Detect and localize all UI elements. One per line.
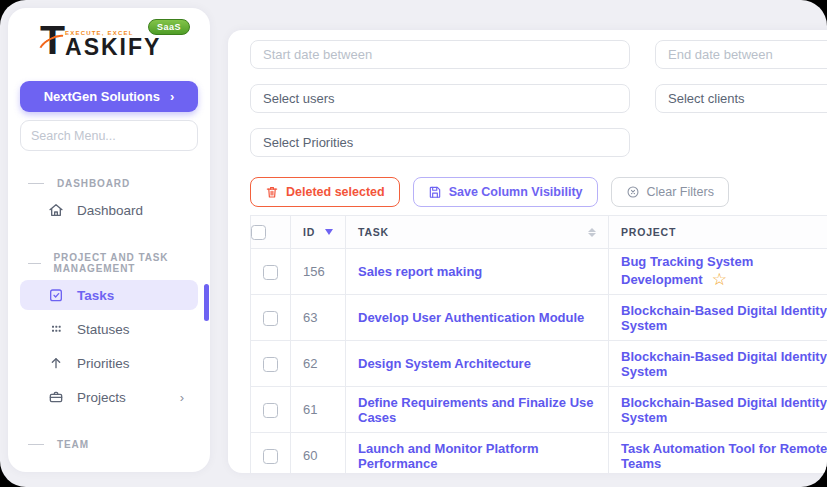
sidebar-item-dashboard[interactable]: Dashboard	[20, 195, 198, 225]
select-clients-dropdown[interactable]: Select clients	[655, 84, 827, 113]
home-icon	[48, 202, 64, 218]
sidebar-item-projects[interactable]: Projects ›	[20, 382, 198, 412]
project-link[interactable]: Bug Tracking System Development	[621, 254, 753, 287]
section-header-project-management: PROJECT AND TASK MANAGEMENT	[8, 252, 210, 274]
favorite-star-icon[interactable]: ☆	[712, 270, 727, 289]
project-link[interactable]: Blockchain-Based Digital Identity System	[621, 395, 827, 425]
search-menu-input[interactable]	[20, 120, 198, 151]
task-id: 62	[291, 341, 346, 387]
select-all-checkbox[interactable]	[251, 225, 266, 240]
section-header-team: TEAM	[8, 439, 210, 450]
table-row: 60 Launch and Monitor Platform Performan…	[251, 433, 827, 474]
sidebar-item-statuses[interactable]: Statuses	[20, 314, 198, 344]
task-id: 63	[291, 295, 346, 341]
project-link[interactable]: Blockchain-Based Digital Identity System	[621, 303, 827, 333]
sidebar-item-label: Priorities	[77, 356, 130, 371]
table-row: 63 Develop User Authentication Module Bl…	[251, 295, 827, 341]
chevron-right-icon: ›	[180, 390, 184, 405]
row-checkbox[interactable]	[263, 311, 278, 326]
logo-wordmark: ASKIFY	[65, 37, 161, 58]
task-link[interactable]: Sales report making	[358, 264, 482, 279]
clear-filters-button[interactable]: Clear Filters	[611, 177, 729, 207]
briefcase-icon	[48, 389, 64, 405]
task-checklist-icon	[48, 287, 64, 303]
task-link[interactable]: Develop User Authentication Module	[358, 310, 584, 325]
circle-x-icon	[626, 185, 640, 199]
sidebar-item-tasks[interactable]: Tasks	[20, 280, 198, 310]
saas-badge: SaaS	[148, 19, 190, 35]
delete-selected-button[interactable]: Deleted selected	[250, 177, 400, 207]
table-row: 156 Sales report making Bug Tracking Sys…	[251, 249, 827, 295]
section-dash-icon	[28, 444, 44, 445]
sidebar: SaaS T EXECUTE, EXCEL ASKIFY NextGen Sol…	[8, 8, 210, 472]
task-id: 156	[291, 249, 346, 295]
sort-toggle-icon	[588, 228, 596, 237]
task-link[interactable]: Define Requirements and Finalize Use Cas…	[358, 395, 594, 425]
start-date-filter-input[interactable]	[250, 40, 630, 69]
tasks-table: ID TASK PROJECT 15	[250, 215, 827, 473]
workspace-name: NextGen Solutions	[44, 89, 160, 104]
select-all-header	[251, 216, 291, 249]
sidebar-item-priorities[interactable]: Priorities	[20, 348, 198, 378]
column-header-task[interactable]: TASK	[346, 216, 609, 249]
app-window: SaaS T EXECUTE, EXCEL ASKIFY NextGen Sol…	[0, 0, 827, 487]
trash-icon	[265, 185, 279, 199]
end-date-filter-input[interactable]	[655, 40, 827, 69]
save-column-visibility-button[interactable]: Save Column Visibility	[413, 177, 598, 207]
task-link[interactable]: Design System Architecture	[358, 356, 531, 371]
task-table-body: 156 Sales report making Bug Tracking Sys…	[251, 249, 827, 474]
row-checkbox[interactable]	[263, 265, 278, 280]
sort-descending-icon	[325, 229, 333, 235]
taskify-logo: SaaS T EXECUTE, EXCEL ASKIFY	[40, 24, 178, 68]
table-header-row: ID TASK PROJECT	[251, 216, 827, 249]
sidebar-item-label: Tasks	[77, 288, 114, 303]
row-checkbox[interactable]	[263, 357, 278, 372]
workspace-selector-button[interactable]: NextGen Solutions ›	[20, 81, 198, 112]
table-toolbar: Deleted selected Save Column Visibility …	[250, 177, 827, 207]
row-checkbox[interactable]	[263, 403, 278, 418]
table-row: 62 Design System Architecture Blockchain…	[251, 341, 827, 387]
sidebar-scrollbar-thumb[interactable]	[204, 284, 209, 321]
sidebar-item-label: Dashboard	[77, 203, 143, 218]
tasks-panel: Select users Select clients Select Prior…	[228, 30, 827, 473]
select-priorities-dropdown[interactable]: Select Priorities	[250, 128, 630, 157]
column-header-id[interactable]: ID	[291, 216, 346, 249]
project-link[interactable]: Task Automation Tool for Remote Teams	[621, 441, 827, 471]
task-link[interactable]: Launch and Monitor Platform Performance	[358, 441, 539, 471]
sidebar-item-label: Projects	[77, 390, 126, 405]
section-header-dashboard: DASHBOARD	[8, 178, 210, 189]
table-row: 61 Define Requirements and Finalize Use …	[251, 387, 827, 433]
select-users-dropdown[interactable]: Select users	[250, 84, 630, 113]
section-dash-icon	[28, 263, 41, 264]
task-id: 61	[291, 387, 346, 433]
row-checkbox[interactable]	[263, 449, 278, 464]
chevron-right-icon: ›	[170, 89, 174, 104]
arrow-up-icon	[48, 355, 64, 371]
grid-dots-icon	[48, 321, 64, 337]
app-screen: SaaS T EXECUTE, EXCEL ASKIFY NextGen Sol…	[0, 0, 827, 487]
save-icon	[428, 185, 442, 199]
project-link[interactable]: Blockchain-Based Digital Identity System	[621, 349, 827, 379]
sidebar-item-label: Statuses	[77, 322, 130, 337]
column-header-project[interactable]: PROJECT	[609, 216, 827, 249]
section-dash-icon	[28, 183, 44, 184]
task-id: 60	[291, 433, 346, 474]
